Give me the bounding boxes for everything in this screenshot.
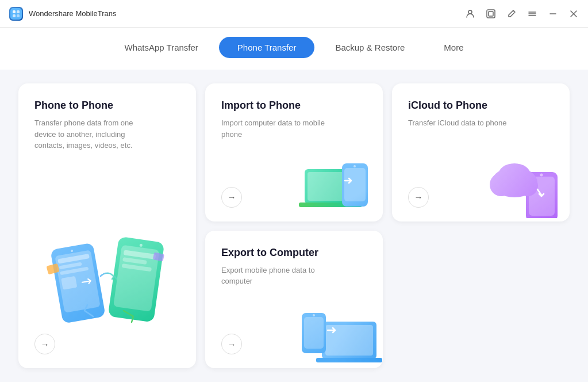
svg-point-47	[313, 314, 315, 316]
window-icon[interactable]	[486, 9, 496, 19]
window-controls	[465, 9, 579, 19]
svg-point-34	[353, 165, 356, 167]
svg-point-41	[498, 163, 531, 186]
svg-point-5	[468, 10, 472, 14]
svg-rect-6	[487, 10, 495, 18]
card-icloud-desc: Transfer iCloud data to phone	[408, 117, 512, 129]
menu-icon[interactable]	[527, 9, 537, 19]
svg-rect-33	[344, 168, 366, 201]
main-content: Phone to Phone Transfer phone data from …	[0, 70, 588, 382]
svg-point-37	[540, 173, 543, 176]
card-phone-to-phone[interactable]: Phone to Phone Transfer phone data from …	[18, 83, 196, 368]
card-export-title: Export to Computer	[221, 247, 367, 259]
title-bar-left: Wondershare MobileTrans	[9, 7, 116, 21]
icloud-illustration	[486, 149, 560, 212]
account-icon[interactable]	[465, 9, 475, 19]
app-title: Wondershare MobileTrans	[29, 9, 116, 18]
edit-icon[interactable]	[506, 9, 517, 19]
close-icon[interactable]	[568, 9, 579, 19]
nav-phone-transfer[interactable]: Phone Transfer	[219, 37, 315, 58]
title-bar: Wondershare MobileTrans	[0, 0, 588, 28]
card-import-to-phone[interactable]: Import to Phone Import computer data to …	[205, 83, 383, 221]
svg-rect-0	[10, 8, 22, 20]
svg-rect-7	[489, 12, 493, 16]
card-icloud-to-phone[interactable]: iCloud to Phone Transfer iCloud data to …	[392, 83, 570, 221]
card-phone-to-phone-title: Phone to Phone	[34, 100, 180, 112]
card-import-arrow[interactable]: →	[221, 187, 242, 208]
svg-rect-3	[13, 14, 16, 17]
card-icloud-title: iCloud to Phone	[408, 100, 554, 112]
nav-bar: WhatsApp Transfer Phone Transfer Backup …	[0, 28, 588, 70]
card-import-title: Import to Phone	[221, 100, 367, 112]
svg-rect-20	[61, 276, 77, 290]
card-icloud-arrow[interactable]: →	[408, 187, 429, 208]
card-phone-to-phone-desc: Transfer phone data from one device to a…	[34, 117, 138, 151]
svg-rect-44	[316, 358, 382, 362]
card-import-desc: Import computer data to mobile phone	[221, 117, 325, 140]
card-phone-to-phone-arrow[interactable]: →	[34, 334, 55, 354]
svg-rect-1	[13, 10, 16, 13]
phone-to-phone-illustration	[39, 221, 176, 337]
card-export-to-computer[interactable]: Export to Computer Export mobile phone d…	[205, 231, 383, 369]
card-export-desc: Export mobile phone data to computer	[221, 265, 325, 287]
svg-rect-4	[17, 14, 20, 17]
svg-rect-46	[304, 317, 324, 349]
svg-rect-2	[17, 10, 20, 13]
import-illustration	[299, 149, 374, 212]
nav-backup-restore[interactable]: Backup & Restore	[317, 37, 423, 58]
app-icon	[9, 7, 23, 21]
nav-more[interactable]: More	[425, 37, 482, 58]
nav-whatsapp-transfer[interactable]: WhatsApp Transfer	[106, 37, 216, 58]
card-export-arrow[interactable]: →	[221, 334, 242, 354]
minimize-icon[interactable]	[548, 9, 558, 19]
export-illustration	[299, 301, 374, 359]
cards-grid: Phone to Phone Transfer phone data from …	[18, 83, 570, 368]
